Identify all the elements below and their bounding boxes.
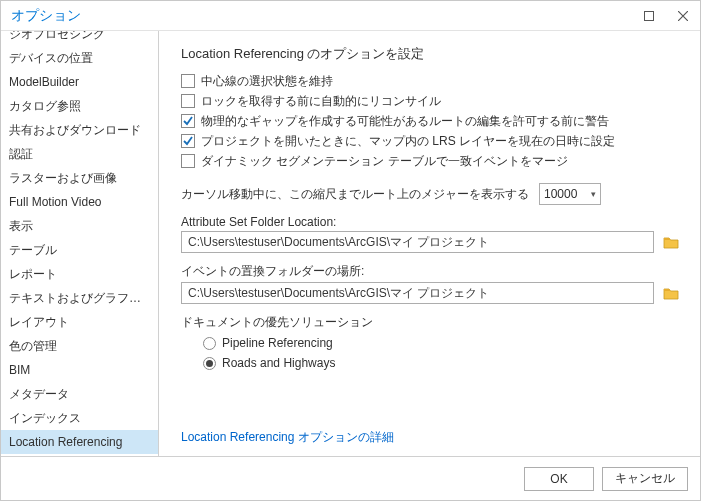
checkbox-label: 物理的なギャップを作成する可能性があるルートの編集を許可する前に警告 [201,113,609,129]
sidebar-item[interactable]: 共有およびダウンロード [1,118,158,142]
sidebar-item[interactable]: インデックス [1,406,158,430]
event-path-label: イベントの置換フォルダーの場所: [181,263,682,280]
sidebar-item[interactable]: カタログ参照 [1,94,158,118]
event-path-input[interactable]: C:\Users\testuser\Documents\ArcGIS\マイ プロ… [181,282,654,304]
checkbox-label: ロックを取得する前に自動的にリコンサイル [201,93,441,109]
checkbox-group: 中心線の選択状態を維持ロックを取得する前に自動的にリコンサイル物理的なギャップを… [181,73,682,173]
sidebar-item[interactable]: 色の管理 [1,334,158,358]
checkbox[interactable] [181,134,195,148]
window-controls [632,1,700,30]
scale-row: カーソル移動中に、この縮尺までルート上のメジャーを表示する 10000 ▾ [181,183,682,205]
checkbox[interactable] [181,154,195,168]
checkbox[interactable] [181,114,195,128]
sidebar-item[interactable]: BIM [1,358,158,382]
sidebar-item[interactable]: テーブル [1,238,158,262]
checkbox-row: 物理的なギャップを作成する可能性があるルートの編集を許可する前に警告 [181,113,682,129]
checkbox-row: ロックを取得する前に自動的にリコンサイル [181,93,682,109]
cancel-button[interactable]: キャンセル [602,467,688,491]
checkbox[interactable] [181,74,195,88]
main-panel: Location Referencing のオプションを設定 中心線の選択状態を… [159,31,700,456]
checkbox-row: プロジェクトを開いたときに、マップ内の LRS レイヤーを現在の日時に設定 [181,133,682,149]
sidebar-item[interactable]: レポート [1,262,158,286]
options-dialog: オプション 選択編集バージョニングジオプロセシングデバイスの位置ModelBui… [0,0,701,501]
event-path-browse-button[interactable] [660,282,682,304]
attr-path-label: Attribute Set Folder Location: [181,215,682,229]
checkbox-label: ダイナミック セグメンテーション テーブルで一致イベントをマージ [201,153,568,169]
attr-path-browse-button[interactable] [660,231,682,253]
sidebar-item[interactable]: Full Motion Video [1,190,158,214]
dialog-footer: OK キャンセル [1,456,700,500]
radio-row: Roads and Highways [203,356,682,370]
scale-label: カーソル移動中に、この縮尺までルート上のメジャーを表示する [181,186,529,202]
attr-path-row: C:\Users\testuser\Documents\ArcGIS\マイ プロ… [181,231,682,253]
chevron-down-icon: ▾ [591,189,596,199]
radio-button[interactable] [203,337,216,350]
sidebar-item[interactable]: 表示 [1,214,158,238]
maximize-button[interactable] [632,1,666,30]
radio-label: Pipeline Referencing [222,336,333,350]
attr-path-input[interactable]: C:\Users\testuser\Documents\ArcGIS\マイ プロ… [181,231,654,253]
checkbox[interactable] [181,94,195,108]
sidebar-item[interactable]: 認証 [1,142,158,166]
close-button[interactable] [666,1,700,30]
svg-rect-0 [645,11,654,20]
checkbox-label: プロジェクトを開いたときに、マップ内の LRS レイヤーを現在の日時に設定 [201,133,615,149]
radio-button[interactable] [203,357,216,370]
sidebar-item[interactable]: テキストおよびグラフィックス [1,286,158,310]
sidebar-item[interactable]: ModelBuilder [1,70,158,94]
more-info-link[interactable]: Location Referencing オプションの詳細 [181,409,682,446]
ok-button[interactable]: OK [524,467,594,491]
solution-block: ドキュメントの優先ソリューション Pipeline ReferencingRoa… [181,314,682,370]
scale-combo[interactable]: 10000 ▾ [539,183,601,205]
sidebar-item[interactable]: レイアウト [1,310,158,334]
panel-heading: Location Referencing のオプションを設定 [181,45,682,63]
sidebar-item[interactable]: Location Referencing [1,430,158,454]
event-path-row: C:\Users\testuser\Documents\ArcGIS\マイ プロ… [181,282,682,304]
radio-label: Roads and Highways [222,356,335,370]
checkbox-row: ダイナミック セグメンテーション テーブルで一致イベントをマージ [181,153,682,169]
category-sidebar[interactable]: 選択編集バージョニングジオプロセシングデバイスの位置ModelBuilderカタ… [1,31,159,456]
solution-radio-group: Pipeline ReferencingRoads and Highways [181,336,682,370]
sidebar-item[interactable]: デバイスの位置 [1,46,158,70]
sidebar-item[interactable]: ジオプロセシング [1,31,158,46]
sidebar-item[interactable]: メタデータ [1,382,158,406]
window-title: オプション [11,7,632,25]
radio-row: Pipeline Referencing [203,336,682,350]
scale-value: 10000 [544,187,591,201]
checkbox-row: 中心線の選択状態を維持 [181,73,682,89]
sidebar-item[interactable]: ラスターおよび画像 [1,166,158,190]
dialog-body: 選択編集バージョニングジオプロセシングデバイスの位置ModelBuilderカタ… [1,31,700,456]
titlebar: オプション [1,1,700,31]
checkbox-label: 中心線の選択状態を維持 [201,73,333,89]
solution-label: ドキュメントの優先ソリューション [181,314,682,330]
